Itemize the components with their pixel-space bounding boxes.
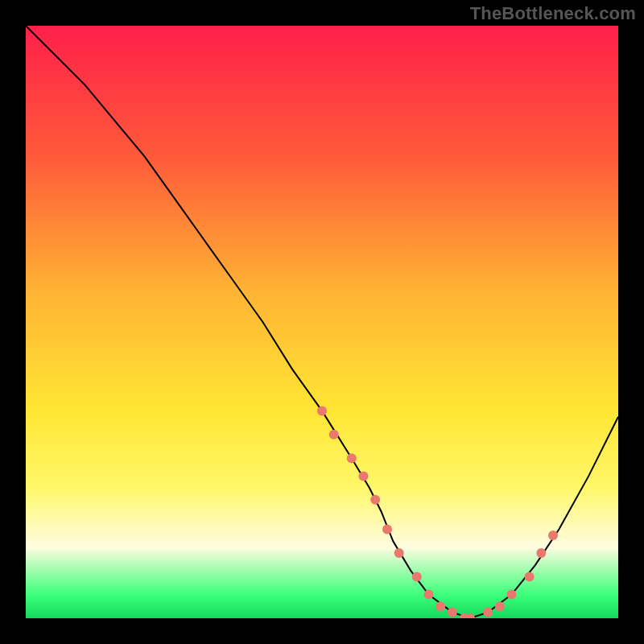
curve-marker [359,471,369,481]
curve-marker [394,548,404,558]
plot-area [26,26,618,618]
bottleneck-curve [26,26,618,618]
curve-marker [347,453,357,463]
watermark-text: TheBottleneck.com [470,3,636,24]
curve-marker [483,608,493,617]
curve-marker [507,590,517,600]
curve-marker [495,601,505,611]
curve-marker [548,530,558,540]
curve-marker [329,430,339,440]
curve-marker [382,525,392,535]
curve-marker [536,548,546,558]
curve-marker [370,495,380,505]
chart-frame: TheBottleneck.com [0,0,644,644]
curve-marker [448,608,457,617]
curve-marker [525,572,535,582]
curve-marker [424,590,434,600]
curve-marker [465,613,475,618]
curve-marker [412,572,422,582]
curve-marker [436,601,445,611]
curve-markers [317,406,558,618]
curve-layer [26,26,618,618]
curve-marker [317,406,327,415]
